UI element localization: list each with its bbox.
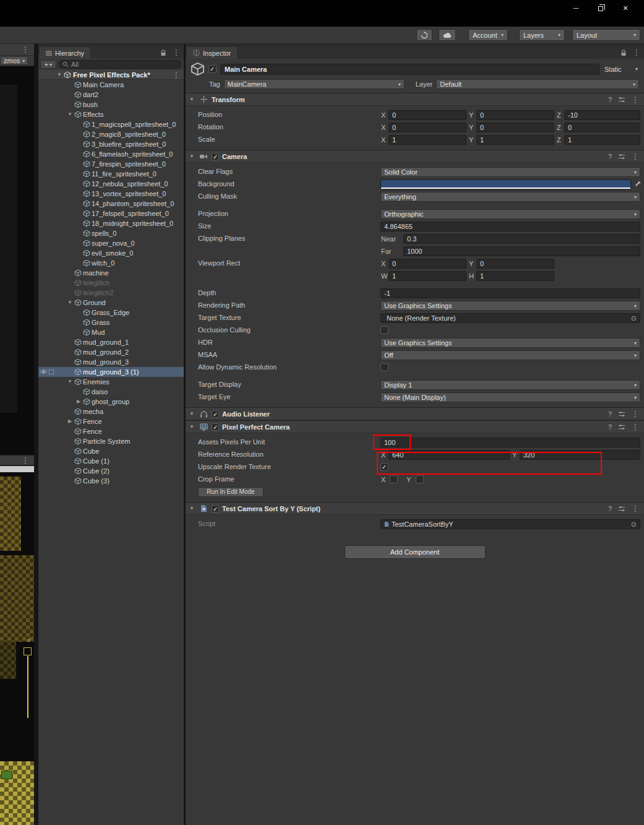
hierarchy-item[interactable]: Grass_Edge [38, 308, 184, 317]
near-field[interactable]: 0.3 [403, 234, 640, 244]
camera-header[interactable]: ▼ Camera ? ⋮ [186, 150, 644, 163]
crop-frame-y-checkbox[interactable] [416, 475, 424, 483]
position-x-field[interactable]: 0 [389, 110, 466, 120]
foldout-open-icon[interactable]: ▼ [189, 153, 195, 159]
pixel-perfect-enabled-checkbox[interactable] [212, 423, 219, 431]
presets-icon[interactable] [618, 411, 625, 417]
hierarchy-item[interactable]: Cube [38, 446, 184, 456]
hierarchy-item[interactable]: Main Camera [38, 80, 184, 90]
script-component-header[interactable]: ▼ Test Camera Sort By Y (Script) ? ⋮ [186, 503, 644, 515]
tab-inspector[interactable]: Inspector [187, 47, 237, 59]
hierarchy-item[interactable]: dart2 [38, 90, 184, 100]
foldout-open-icon[interactable]: ▼ [66, 110, 74, 119]
hierarchy-item[interactable]: 1_magicspell_spritesheet_0 [38, 119, 184, 129]
msaa-dropdown[interactable]: Off ▾ [380, 350, 640, 360]
foldout-open-icon[interactable]: ▼ [189, 506, 195, 511]
maximize-button[interactable] [588, 2, 613, 14]
object-picker-icon[interactable]: ⊙ [631, 314, 637, 322]
viewport-y-field[interactable]: 0 [476, 259, 554, 269]
hierarchy-item[interactable]: 18_midnight_spritesheet_0 [38, 218, 184, 228]
picking-toggle-icon[interactable] [49, 369, 54, 374]
help-icon[interactable]: ? [608, 153, 612, 160]
target-display-dropdown[interactable]: Display 1 ▾ [380, 380, 640, 390]
crop-frame-x-checkbox[interactable] [390, 475, 398, 483]
help-icon[interactable]: ? [608, 96, 612, 103]
far-field[interactable]: 1000 [403, 246, 640, 256]
hierarchy-item[interactable]: daiso [38, 387, 184, 397]
background-color-swatch[interactable] [380, 179, 631, 189]
hierarchy-item[interactable]: 11_fire_spritesheet_0 [38, 169, 184, 179]
foldout-open-icon[interactable]: ▼ [189, 97, 195, 102]
hierarchy-item[interactable]: 13_vortex_spritesheet_0 [38, 189, 184, 199]
kebab-icon[interactable]: ⋮ [632, 423, 639, 431]
help-icon[interactable]: ? [608, 423, 612, 431]
collab-button[interactable] [416, 29, 432, 41]
eyedropper-icon[interactable] [635, 181, 641, 187]
tag-dropdown[interactable]: MainCamera ▾ [224, 79, 405, 89]
transform-header[interactable]: ▼ Transform ? ⋮ [186, 93, 644, 106]
scene-root-row[interactable]: ▼ Free Pixel Effects Pack* ⋮ [38, 70, 184, 80]
hierarchy-item[interactable]: ▶Fence [38, 417, 184, 426]
static-dropdown[interactable]: Static ▾ [603, 64, 639, 75]
hierarchy-item[interactable]: Particle System [38, 436, 184, 446]
kebab-icon[interactable]: ⋮ [22, 45, 29, 54]
rotation-y-field[interactable]: 0 [476, 123, 554, 132]
assets-ppu-field[interactable]: 100 [380, 438, 640, 447]
add-component-button[interactable]: Add Component [345, 545, 486, 559]
upscale-render-texture-checkbox[interactable] [380, 463, 389, 471]
presets-icon[interactable] [618, 424, 625, 430]
foldout-closed-icon[interactable]: ▶ [75, 397, 82, 407]
kebab-icon[interactable]: ⋮ [632, 410, 639, 418]
create-object-button[interactable]: +▾ [40, 60, 56, 69]
position-z-field[interactable]: -10 [564, 110, 640, 120]
script-field[interactable]: TestCameraSortByY ⊙ [380, 519, 640, 529]
hierarchy-item[interactable]: mud_ground_3 [38, 357, 184, 367]
position-y-field[interactable]: 0 [476, 110, 554, 120]
culling-mask-dropdown[interactable]: Everything ▾ [380, 192, 640, 202]
kebab-icon[interactable]: ⋮ [632, 504, 639, 513]
scale-z-field[interactable]: 1 [564, 135, 640, 145]
hierarchy-search-input[interactable]: All [58, 60, 182, 69]
hierarchy-item[interactable]: mud_ground_2 [38, 347, 184, 357]
active-checkbox[interactable] [208, 65, 217, 73]
scale-y-field[interactable]: 1 [476, 135, 554, 145]
hdr-dropdown[interactable]: Use Graphics Settings ▾ [380, 338, 640, 348]
presets-icon[interactable] [618, 506, 625, 512]
hierarchy-item[interactable]: super_nova_0 [38, 238, 184, 248]
presets-icon[interactable] [618, 153, 625, 160]
hierarchy-item[interactable]: Grass [38, 317, 184, 327]
hierarchy-item[interactable]: Cube (3) [38, 476, 184, 486]
hierarchy-item[interactable]: witch_0 [38, 258, 184, 268]
hierarchy-item[interactable]: mecha [38, 407, 184, 417]
kebab-icon[interactable]: ⋮ [632, 95, 639, 104]
viewport-w-field[interactable]: 1 [389, 271, 466, 281]
depth-field[interactable]: -1 [380, 288, 640, 298]
hierarchy-item[interactable]: 3_bluefire_spritesheet_0 [38, 139, 184, 149]
occlusion-culling-checkbox[interactable] [380, 326, 389, 334]
panel-divider[interactable] [34, 44, 38, 825]
hierarchy-item[interactable]: evil_smoke_0 [38, 248, 184, 258]
hierarchy-item[interactable]: machine [38, 268, 184, 278]
viewport-h-field[interactable]: 1 [476, 271, 554, 281]
hierarchy-item[interactable]: ▼Enemies [38, 377, 184, 387]
hierarchy-item[interactable]: Cube (1) [38, 456, 184, 466]
size-field[interactable]: 4.864865 [380, 222, 640, 231]
hierarchy-item[interactable]: bush [38, 100, 184, 110]
scale-x-field[interactable]: 1 [389, 135, 466, 145]
lock-icon[interactable] [160, 50, 166, 56]
hierarchy-item[interactable]: teleglitch2 [38, 288, 184, 298]
script-enabled-checkbox[interactable] [212, 505, 219, 512]
lock-icon[interactable] [620, 50, 627, 56]
hierarchy-item[interactable]: 2_magic8_spritesheet_0 [38, 129, 184, 139]
kebab-icon[interactable]: ⋮ [173, 48, 180, 57]
hierarchy-item[interactable]: teleglitch [38, 278, 184, 288]
hierarchy-item[interactable]: 7_firespin_spritesheet_0 [38, 159, 184, 169]
hierarchy-item[interactable]: ▼Effects [38, 110, 184, 119]
kebab-icon[interactable]: ⋮ [173, 70, 180, 80]
foldout-open-icon[interactable]: ▼ [66, 298, 74, 308]
hierarchy-item[interactable]: Cube (2) [38, 466, 184, 476]
tab-hierarchy[interactable]: Hierarchy [40, 47, 90, 59]
foldout-open-icon[interactable]: ▼ [56, 70, 63, 80]
foldout-open-icon[interactable]: ▼ [66, 377, 74, 387]
hierarchy-item[interactable]: Mud [38, 327, 184, 337]
